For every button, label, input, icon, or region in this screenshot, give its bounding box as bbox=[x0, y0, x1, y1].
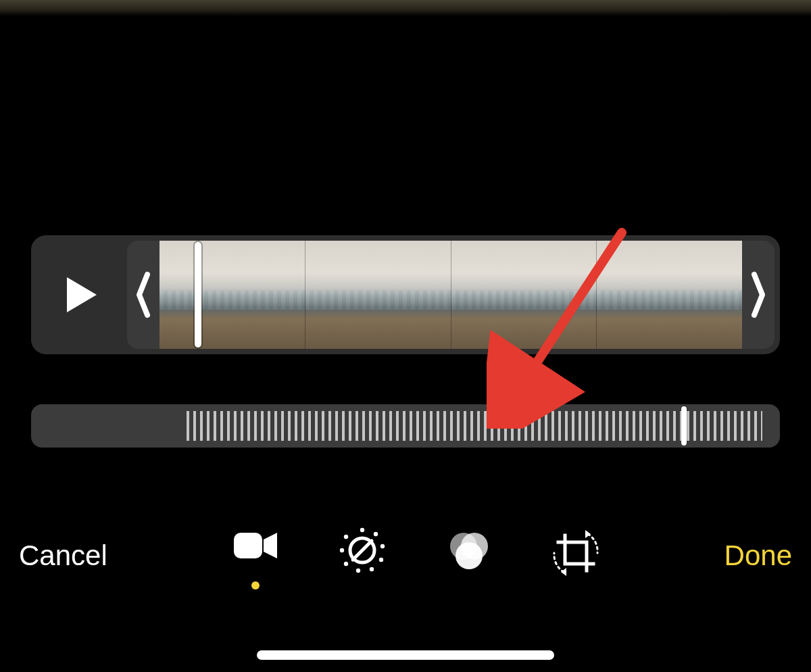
crop-rotate-icon bbox=[549, 526, 603, 580]
svg-point-10 bbox=[344, 562, 348, 566]
crop-tool[interactable] bbox=[551, 526, 600, 585]
tool-icons-row bbox=[231, 526, 600, 585]
selected-indicator-dot bbox=[251, 581, 260, 590]
filters-circles-icon bbox=[445, 526, 493, 575]
svg-point-9 bbox=[356, 569, 360, 573]
svg-point-12 bbox=[344, 535, 348, 539]
svg-point-6 bbox=[380, 544, 385, 548]
bottom-toolbar: Cancel bbox=[0, 515, 811, 596]
filmstrip[interactable] bbox=[159, 241, 742, 349]
chevron-left-icon bbox=[136, 270, 151, 319]
svg-point-7 bbox=[379, 558, 383, 562]
cancel-button[interactable]: Cancel bbox=[19, 539, 107, 572]
done-button[interactable]: Done bbox=[724, 539, 792, 572]
svg-point-15 bbox=[456, 542, 483, 569]
video-tool[interactable] bbox=[231, 526, 280, 585]
timeline-frame bbox=[305, 241, 451, 349]
timeline-frame bbox=[159, 241, 305, 349]
svg-rect-1 bbox=[234, 533, 262, 558]
svg-point-11 bbox=[340, 548, 344, 552]
svg-line-3 bbox=[353, 541, 372, 560]
playhead[interactable] bbox=[195, 242, 201, 347]
trim-handle-left[interactable] bbox=[127, 241, 159, 349]
video-camera-icon bbox=[231, 526, 280, 565]
svg-point-4 bbox=[360, 528, 364, 532]
play-icon bbox=[67, 277, 97, 312]
video-timeline bbox=[31, 235, 780, 354]
svg-point-5 bbox=[374, 532, 378, 536]
speed-slider-ticks bbox=[187, 411, 762, 441]
trim-handle-right[interactable] bbox=[742, 241, 775, 349]
timeline-frame bbox=[451, 241, 597, 349]
svg-point-8 bbox=[370, 567, 374, 571]
play-button[interactable] bbox=[31, 235, 127, 354]
home-indicator[interactable] bbox=[257, 650, 554, 660]
speed-slider-handle[interactable] bbox=[681, 406, 687, 446]
preview-strip bbox=[0, 0, 811, 16]
timeline-frame bbox=[596, 241, 742, 349]
chevron-right-icon bbox=[751, 270, 766, 319]
speed-slider[interactable] bbox=[31, 404, 780, 448]
adjust-tool[interactable] bbox=[338, 526, 387, 585]
filters-tool[interactable] bbox=[445, 526, 493, 585]
trim-area[interactable] bbox=[127, 241, 775, 349]
adjust-dial-icon bbox=[338, 526, 387, 575]
